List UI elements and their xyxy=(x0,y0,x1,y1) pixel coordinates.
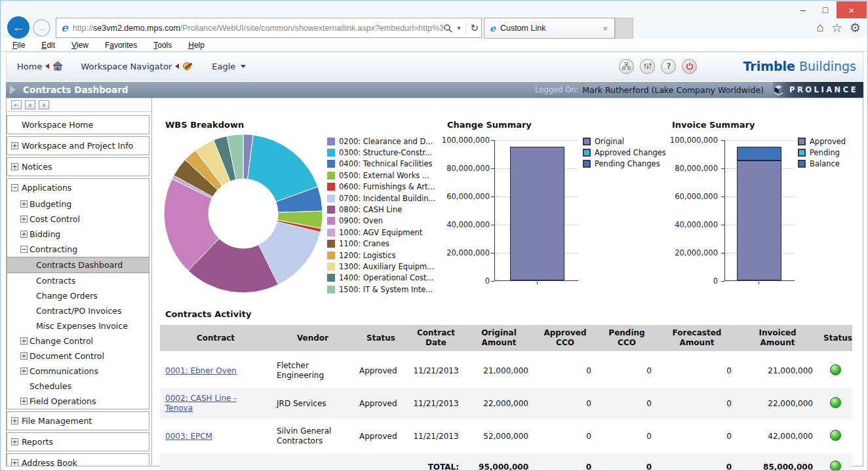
sidebar-item-workspace-home[interactable]: Workspace Home xyxy=(7,116,149,134)
y-axis-tick xyxy=(721,140,724,141)
menu-tools[interactable]: Tools xyxy=(153,41,172,50)
expand-icon[interactable]: + xyxy=(20,367,28,375)
address-bar[interactable]: e http://se3vm2.demo.mps.com/Proliance/W… xyxy=(56,18,482,38)
scroll-down-icon[interactable]: ∨ xyxy=(39,100,49,109)
forward-button[interactable]: → xyxy=(33,19,50,37)
menu-edit[interactable]: Edit xyxy=(41,41,55,50)
sidebar-item-document-control[interactable]: +Document Control xyxy=(7,349,149,364)
sitemap-icon[interactable] xyxy=(619,59,634,74)
column-header-forecasted-amount[interactable]: Forecasted Amount xyxy=(657,325,737,353)
expand-icon[interactable]: + xyxy=(11,459,18,466)
address-dropdown-icon[interactable]: ▼ xyxy=(456,25,462,31)
expand-icon[interactable]: + xyxy=(11,163,18,170)
favorites-star-icon[interactable]: ☆ xyxy=(831,20,842,35)
column-header-status[interactable]: Status xyxy=(354,325,408,353)
sidebar-item-contracts-dashboard[interactable]: Contracts Dashboard xyxy=(7,257,149,273)
cell-contract[interactable]: 0002: CASH Line - Tenova xyxy=(160,387,271,420)
menu-file[interactable]: File xyxy=(12,41,25,50)
expand-icon[interactable]: + xyxy=(11,417,18,424)
minimize-button[interactable]: – xyxy=(792,1,814,18)
legend-item: Approved xyxy=(798,136,846,147)
total-label: TOTAL: xyxy=(408,453,464,471)
close-button[interactable]: × xyxy=(837,1,867,18)
help-icon[interactable]: ? xyxy=(661,59,676,74)
expand-icon[interactable]: + xyxy=(20,216,28,223)
plot-area xyxy=(494,140,578,281)
sidebar-item-contracting[interactable]: −Contracting xyxy=(7,242,149,257)
contract-link[interactable]: 0003: EPCM xyxy=(165,432,212,441)
column-header-vendor[interactable]: Vendor xyxy=(271,325,354,353)
sidebar-item-budgeting[interactable]: +Budgeting xyxy=(7,197,149,212)
sidebar-item-contracts[interactable]: Contracts xyxy=(7,273,149,288)
sidebar-item-label: Communications xyxy=(30,366,98,376)
sidebar-item-contract-po-invoices[interactable]: Contract/PO Invoices xyxy=(7,303,149,318)
url-text[interactable]: http://se3vm2.demo.mps.com/Proliance/Web… xyxy=(73,24,443,33)
tab-close-icon[interactable]: × xyxy=(601,24,609,33)
expand-icon[interactable]: + xyxy=(11,142,18,149)
new-tab-button[interactable] xyxy=(615,18,633,39)
sidebar-item-applications[interactable]: −Applications xyxy=(7,179,149,197)
expand-icon[interactable]: + xyxy=(20,337,28,345)
menu-favorites[interactable]: Favorites xyxy=(105,41,137,50)
y-axis-tick-label: 80,000,000 xyxy=(659,164,718,173)
sidebar-item-schedules[interactable]: Schedules xyxy=(7,379,149,394)
status-ok-icon xyxy=(830,430,841,441)
collapse-sidebar-icon[interactable]: ← xyxy=(11,100,22,109)
column-header-status[interactable]: Status xyxy=(818,325,852,353)
contract-link[interactable]: 0001: Ebner Oven xyxy=(165,366,237,375)
refresh-icon[interactable]: ↻ xyxy=(470,22,479,34)
sidebar-item-address-book[interactable]: +Address Book xyxy=(7,454,149,466)
legend-item: Approved Changes xyxy=(583,147,666,158)
column-header-original-amount[interactable]: Original Amount xyxy=(464,325,534,353)
sidebar-item-change-orders[interactable]: Change Orders xyxy=(7,288,149,303)
back-button[interactable]: ← xyxy=(7,16,30,39)
sidebar-item-notices[interactable]: +Notices xyxy=(7,158,149,176)
chart-title: Invoice Summary xyxy=(672,120,755,130)
sidebar-item-workspace-and-project-info[interactable]: +Workspace and Project Info xyxy=(7,137,149,155)
filter-icon[interactable] xyxy=(640,59,655,74)
house-icon xyxy=(52,61,64,71)
workspace-navigator-menu[interactable]: Workspace Navigator xyxy=(81,62,193,71)
menu-help[interactable]: Help xyxy=(188,41,205,50)
expand-icon[interactable]: + xyxy=(20,200,28,208)
column-header-invoiced-amount[interactable]: Invoiced Amount xyxy=(737,325,818,353)
legend-item: 0500: External Works ... xyxy=(327,170,435,181)
sidebar-item-cost-control[interactable]: +Cost Control xyxy=(7,212,149,227)
expand-icon[interactable]: + xyxy=(20,398,28,405)
expand-icon[interactable]: + xyxy=(11,438,18,445)
sidebar-item-reports[interactable]: +Reports xyxy=(7,433,149,451)
sidebar-item-change-control[interactable]: +Change Control xyxy=(7,333,149,349)
collapse-icon[interactable]: − xyxy=(11,184,18,191)
sidebar-item-field-operations[interactable]: +Field Operations xyxy=(7,394,149,409)
scroll-up-icon[interactable]: ∧ xyxy=(25,100,35,109)
sidebar-item-misc-expenses-invoice[interactable]: Misc Expenses Invoice xyxy=(7,318,149,333)
sidebar-item-file-management[interactable]: +File Management xyxy=(7,412,149,430)
search-icon[interactable] xyxy=(443,24,452,33)
workspace-selector[interactable]: Eagle xyxy=(212,62,246,71)
column-header-contract[interactable]: Contract xyxy=(160,325,271,353)
column-header-approved-cco[interactable]: Approved CCO xyxy=(534,325,597,353)
sidebar-toolbar: ← ∧ ∨ xyxy=(7,98,151,112)
collapse-icon[interactable]: − xyxy=(20,246,28,253)
column-header-pending-cco[interactable]: Pending CCO xyxy=(597,325,657,353)
sidebar-item-bidding[interactable]: +Bidding xyxy=(7,227,149,242)
column-header-contract-date[interactable]: Contract Date xyxy=(408,325,464,353)
home-menu[interactable]: Home xyxy=(17,61,64,71)
menu-view[interactable]: View xyxy=(71,41,89,50)
expand-icon[interactable]: + xyxy=(20,352,28,360)
expand-icon[interactable]: + xyxy=(20,231,28,238)
browser-tab[interactable]: e Custom Link × xyxy=(484,18,615,39)
gear-icon[interactable]: ⚙ xyxy=(850,20,861,35)
power-icon[interactable] xyxy=(682,59,697,74)
maximize-button[interactable]: □ xyxy=(814,1,837,18)
legend-swatch-icon xyxy=(327,274,335,282)
legend-swatch-icon xyxy=(798,138,806,145)
sidebar-item-communications[interactable]: +Communications xyxy=(7,364,149,379)
home-icon[interactable]: ⌂ xyxy=(816,20,823,35)
y-axis-tick xyxy=(491,140,494,141)
cell-contract[interactable]: 0001: Ebner Oven xyxy=(160,353,271,387)
legend-label: Approved Changes xyxy=(595,148,666,157)
legend-item: 0900: Oven xyxy=(327,216,435,227)
cell-contract[interactable]: 0003: EPCM xyxy=(160,420,271,453)
contract-link[interactable]: 0002: CASH Line - Tenova xyxy=(165,394,237,413)
